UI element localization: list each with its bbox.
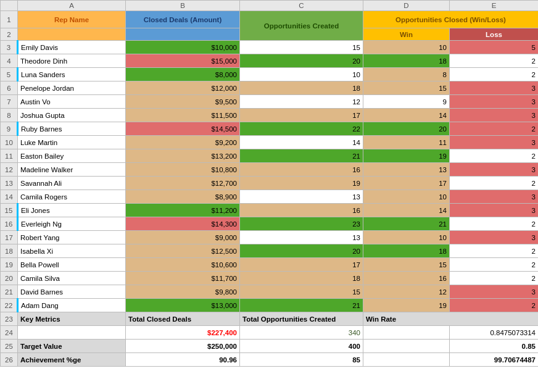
win-count: 15 bbox=[363, 258, 450, 272]
closed-amount: $8,900 bbox=[126, 190, 240, 204]
table-row: 4Theodore Dinh$15,00020182 bbox=[1, 54, 539, 68]
table-row: 11Easton Bailey$13,20021192 bbox=[1, 149, 539, 163]
closed-amount: $11,500 bbox=[126, 109, 240, 122]
closed-amount: $10,800 bbox=[126, 163, 240, 177]
closed-amount: $12,000 bbox=[126, 81, 240, 95]
opps-created: 20 bbox=[240, 244, 363, 258]
rep-name: Luke Martin bbox=[18, 136, 126, 149]
loss-count: 3 bbox=[450, 190, 539, 204]
closed-amount: $12,700 bbox=[126, 177, 240, 190]
opps-created: 22 bbox=[240, 122, 363, 136]
win-count: 10 bbox=[363, 190, 450, 204]
table-row: 17Robert Yang$9,00013103 bbox=[1, 231, 539, 244]
loss-count: 2 bbox=[450, 272, 539, 285]
loss-count: 2 bbox=[450, 122, 539, 136]
rep-name: Ruby Barnes bbox=[18, 122, 126, 136]
loss-count: 3 bbox=[450, 136, 539, 149]
opps-created: 18 bbox=[240, 272, 363, 285]
row-num-22: 22 bbox=[1, 299, 18, 312]
key-metrics-label: Key Metrics bbox=[18, 312, 126, 326]
closed-amount: $9,500 bbox=[126, 95, 240, 109]
loss-count: 2 bbox=[450, 177, 539, 190]
col-d-header: D bbox=[363, 1, 450, 11]
closed-amount: $9,800 bbox=[126, 285, 240, 299]
win-count: 21 bbox=[363, 217, 450, 231]
row-num-7: 7 bbox=[1, 95, 18, 109]
win-rate-value: 0.8475073314 bbox=[450, 326, 539, 340]
loss-count: 5 bbox=[450, 41, 539, 54]
row-num-10: 10 bbox=[1, 136, 18, 149]
rep-name: Bella Powell bbox=[18, 258, 126, 272]
opps-created: 15 bbox=[240, 285, 363, 299]
target-value-label: Target Value bbox=[18, 340, 126, 353]
header-opps-closed: Opportunities Closed (Win/Loss) bbox=[363, 11, 539, 28]
loss-count: 2 bbox=[450, 54, 539, 68]
closed-amount: $13,200 bbox=[126, 149, 240, 163]
loss-count: 2 bbox=[450, 68, 539, 81]
row-num-3: 3 bbox=[1, 41, 18, 54]
loss-count: 3 bbox=[450, 231, 539, 244]
rep-name: Savannah Ali bbox=[18, 177, 126, 190]
win-count: 13 bbox=[363, 163, 450, 177]
table-row: 10Luke Martin$9,20014113 bbox=[1, 136, 539, 149]
opps-created: 20 bbox=[240, 54, 363, 68]
opps-created: 18 bbox=[240, 81, 363, 95]
table-row: 14Camila Rogers$8,90013103 bbox=[1, 190, 539, 204]
total-opps-label: Total Opportunities Created bbox=[240, 312, 363, 326]
target-closed: $250,000 bbox=[126, 340, 240, 353]
row25-d bbox=[363, 340, 450, 353]
table-row: 7Austin Vo$9,5001293 bbox=[1, 95, 539, 109]
opps-created: 21 bbox=[240, 149, 363, 163]
closed-amount: $15,000 bbox=[126, 54, 240, 68]
rep-name: Emily Davis bbox=[18, 41, 126, 54]
rep-name: Easton Bailey bbox=[18, 149, 126, 163]
col-e-header: E bbox=[450, 1, 539, 11]
row-num-6: 6 bbox=[1, 81, 18, 95]
opps-created: 23 bbox=[240, 217, 363, 231]
loss-count: 3 bbox=[450, 95, 539, 109]
table-row: 3Emily Davis$10,00015105 bbox=[1, 41, 539, 54]
col-b-header: B bbox=[126, 1, 240, 11]
row-num-11: 11 bbox=[1, 149, 18, 163]
row-num-17: 17 bbox=[1, 231, 18, 244]
win-count: 20 bbox=[363, 122, 450, 136]
total-closed-value: $227,400 bbox=[126, 326, 240, 340]
table-row: 6Penelope Jordan$12,00018153 bbox=[1, 81, 539, 95]
opps-created: 17 bbox=[240, 258, 363, 272]
corner-cell bbox=[1, 1, 18, 11]
table-row: 18Isabella Xi$12,50020182 bbox=[1, 244, 539, 258]
loss-count: 3 bbox=[450, 109, 539, 122]
opps-created: 17 bbox=[240, 109, 363, 122]
rep-name: Everleigh Ng bbox=[18, 217, 126, 231]
opps-created: 16 bbox=[240, 204, 363, 217]
row-num-8: 8 bbox=[1, 109, 18, 122]
rep-name: Isabella Xi bbox=[18, 244, 126, 258]
rep-name: Eli Jones bbox=[18, 204, 126, 217]
win-count: 15 bbox=[363, 81, 450, 95]
loss-count: 2 bbox=[450, 244, 539, 258]
closed-amount: $8,000 bbox=[126, 68, 240, 81]
table-row: 9Ruby Barnes$14,50022202 bbox=[1, 122, 539, 136]
table-row: 8Joshua Gupta$11,50017143 bbox=[1, 109, 539, 122]
loss-count: 2 bbox=[450, 299, 539, 312]
loss-count: 2 bbox=[450, 258, 539, 272]
win-count: 19 bbox=[363, 299, 450, 312]
loss-count: 3 bbox=[450, 285, 539, 299]
loss-count: 2 bbox=[450, 217, 539, 231]
row-num-4: 4 bbox=[1, 54, 18, 68]
rep-name: Madeline Walker bbox=[18, 163, 126, 177]
header-opps-created: Opportunities Created bbox=[240, 11, 363, 41]
opps-created: 13 bbox=[240, 190, 363, 204]
rep-name: Joshua Gupta bbox=[18, 109, 126, 122]
opps-created: 19 bbox=[240, 177, 363, 190]
table-row: 21David Barnes$9,80015123 bbox=[1, 285, 539, 299]
win-rate-label: Win Rate bbox=[363, 312, 539, 326]
col-a-header: A bbox=[18, 1, 126, 11]
closed-amount: $11,200 bbox=[126, 204, 240, 217]
closed-amount: $9,000 bbox=[126, 231, 240, 244]
col-c-header: C bbox=[240, 1, 363, 11]
row-num-15: 15 bbox=[1, 204, 18, 217]
row-num-12: 12 bbox=[1, 163, 18, 177]
loss-count: 3 bbox=[450, 163, 539, 177]
row-num-2: 2 bbox=[1, 28, 18, 41]
